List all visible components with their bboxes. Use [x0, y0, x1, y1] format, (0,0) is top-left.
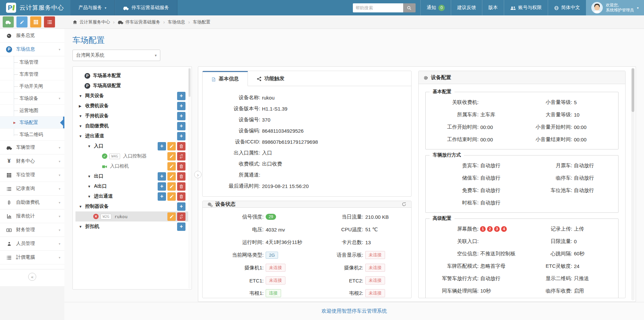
caret-down-icon[interactable]: ▼: [79, 124, 85, 128]
tree-node-7[interactable]: ▼入口+: [75, 141, 191, 151]
nav-link-0[interactable]: 建议反馈: [451, 0, 482, 15]
sidebar-item-8[interactable]: 财务管理▾: [0, 223, 64, 237]
tree-node-1[interactable]: P车场高级配置: [75, 81, 191, 91]
tree-node-2[interactable]: ▼网关设备+: [75, 91, 191, 101]
add-button[interactable]: +: [177, 102, 185, 110]
tree-node-13[interactable]: ▼控制器设备+: [75, 201, 191, 211]
add-button[interactable]: +: [158, 182, 166, 191]
sidebar-item-9[interactable]: 人员管理▾: [0, 237, 64, 251]
panel-expand-button[interactable]: ›: [194, 171, 202, 178]
sidebar-subitem-4[interactable]: 运营地图: [0, 105, 64, 117]
search-button[interactable]: [403, 3, 416, 12]
tree-node-8[interactable]: ✓W4G入口控制器: [75, 151, 191, 161]
search-input[interactable]: [353, 3, 403, 12]
caret-down-icon[interactable]: ▼: [79, 94, 85, 98]
delete-button[interactable]: [177, 172, 185, 181]
unlink-button[interactable]: [177, 212, 185, 221]
caret-down-icon[interactable]: ▼: [79, 114, 85, 118]
sidebar-subitem-2[interactable]: 手动开关闸: [0, 80, 64, 92]
nav-item-1[interactable]: 停车运营基础服务: [115, 0, 177, 15]
tree-scrollbar[interactable]: [188, 67, 191, 289]
sidebar-item-5[interactable]: 记录查询▾: [0, 182, 64, 196]
add-button[interactable]: +: [177, 202, 185, 211]
tree-node-0[interactable]: P车场基本配置: [75, 71, 191, 81]
nav-link-2[interactable]: 账号与权限: [504, 0, 548, 15]
nav-link-3[interactable]: 简体中文: [548, 0, 586, 15]
caret-right-icon[interactable]: ▶: [79, 104, 85, 108]
sidebar-item-1[interactable]: P车场信息▾: [0, 43, 64, 56]
tree-node-3[interactable]: ▶收费机设备+: [75, 101, 191, 111]
sidebar-item-3[interactable]: ¥财务中心▾: [0, 154, 64, 168]
config-cell: 月票车:自动放行: [522, 163, 615, 169]
config-scrollbar[interactable]: [631, 68, 635, 301]
sidebar-subitem-5[interactable]: ▶车场配置: [0, 117, 64, 129]
sidebar-subitem-0[interactable]: 车场管理: [0, 56, 64, 68]
tree-node-6[interactable]: ▼进出通道+: [75, 131, 191, 141]
sidebar-subitem-3[interactable]: 车场设备▾: [0, 92, 64, 105]
delete-button[interactable]: [177, 182, 185, 191]
caret-down-icon[interactable]: ▼: [88, 144, 93, 148]
add-button[interactable]: +: [177, 132, 185, 140]
caret-down-icon[interactable]: ▼: [79, 205, 85, 208]
edit-button[interactable]: [167, 212, 176, 221]
sidebar-subitem-6[interactable]: 车场二维码: [0, 129, 64, 141]
delete-button[interactable]: [177, 142, 185, 150]
quick-grid-button[interactable]: [30, 16, 41, 27]
sidebar-item-7[interactable]: 报表统计▾: [0, 209, 64, 223]
refresh-button[interactable]: [401, 202, 407, 207]
sidebar-subitem-1[interactable]: 车库管理: [0, 68, 64, 80]
caret-down-icon[interactable]: ▼: [79, 134, 85, 138]
quick-list-button[interactable]: [44, 16, 55, 27]
tree-node-9[interactable]: 入口相机: [75, 161, 191, 171]
add-button[interactable]: +: [177, 222, 185, 231]
sidebar-item-4[interactable]: 车位管理▾: [0, 168, 64, 182]
breadcrumb-item-2[interactable]: 车场信息: [168, 19, 185, 25]
nav-link-1[interactable]: 版本: [482, 0, 504, 15]
notifications-button[interactable]: 通知 0: [420, 0, 451, 15]
caret-down-icon[interactable]: ▼: [79, 225, 85, 229]
edit-button[interactable]: [167, 182, 176, 191]
quick-pencil-button[interactable]: [16, 16, 28, 27]
parking-system-select[interactable]: 台湾网关系统 ▾: [72, 50, 160, 61]
tree-node-5[interactable]: ▼自助缴费机+: [75, 121, 191, 131]
breadcrumb-item-0[interactable]: 云计算服务中心: [72, 19, 110, 25]
edit-button[interactable]: [167, 162, 176, 171]
delete-button[interactable]: [177, 192, 185, 201]
sidebar-item-6[interactable]: 自助缴费机▾: [0, 196, 64, 209]
tree-node-14[interactable]: ×W2Grukou: [75, 211, 191, 221]
breadcrumb-item-3[interactable]: 车场配置: [193, 19, 210, 25]
tree-node-15[interactable]: ▼折扣机+: [75, 221, 191, 232]
add-button[interactable]: +: [158, 192, 166, 201]
sidebar-item-10[interactable]: 計價電腦▾: [0, 251, 64, 264]
tab-basic-info[interactable]: 基本信息: [203, 71, 248, 86]
config-scrollbar-thumb[interactable]: [632, 68, 634, 112]
tree-node-10[interactable]: ▼出口+: [75, 171, 191, 181]
add-button[interactable]: +: [158, 142, 166, 150]
tree-node-11[interactable]: ▼A出口+: [75, 181, 191, 191]
edit-button[interactable]: [167, 142, 176, 150]
sidebar-item-2[interactable]: 车辆管理▾: [0, 141, 64, 154]
sidebar-item-0[interactable]: 服务总览: [0, 29, 64, 43]
edit-button[interactable]: [167, 192, 176, 201]
edit-button[interactable]: [167, 152, 176, 161]
add-button[interactable]: +: [177, 122, 185, 130]
caret-down-icon[interactable]: ▼: [88, 175, 93, 178]
add-button[interactable]: +: [158, 172, 166, 181]
tree-node-12[interactable]: ▼进出通道+: [75, 191, 191, 201]
sidebar-collapse-button[interactable]: «: [28, 273, 36, 281]
edit-button[interactable]: [167, 172, 176, 181]
caret-down-icon[interactable]: ▼: [88, 185, 93, 188]
tree-scrollbar-thumb[interactable]: [189, 68, 191, 97]
brand[interactable]: P 云计算服务中心: [0, 0, 70, 15]
user-menu[interactable]: 欢迎您, 系统维护管理员 ▾: [586, 0, 644, 15]
add-button[interactable]: +: [177, 92, 185, 100]
delete-button[interactable]: [177, 162, 185, 171]
quick-car-button[interactable]: [3, 16, 14, 27]
breadcrumb-item-1[interactable]: 停车运营基础服务: [118, 19, 160, 25]
tree-node-4[interactable]: ▼手持机设备+: [75, 111, 191, 121]
caret-down-icon[interactable]: ▼: [88, 195, 93, 198]
nav-item-0[interactable]: 产品与服务▾: [70, 0, 115, 15]
tab-function-trigger[interactable]: 功能触发: [248, 71, 293, 86]
unlink-button[interactable]: [177, 152, 185, 161]
add-button[interactable]: +: [177, 112, 185, 120]
